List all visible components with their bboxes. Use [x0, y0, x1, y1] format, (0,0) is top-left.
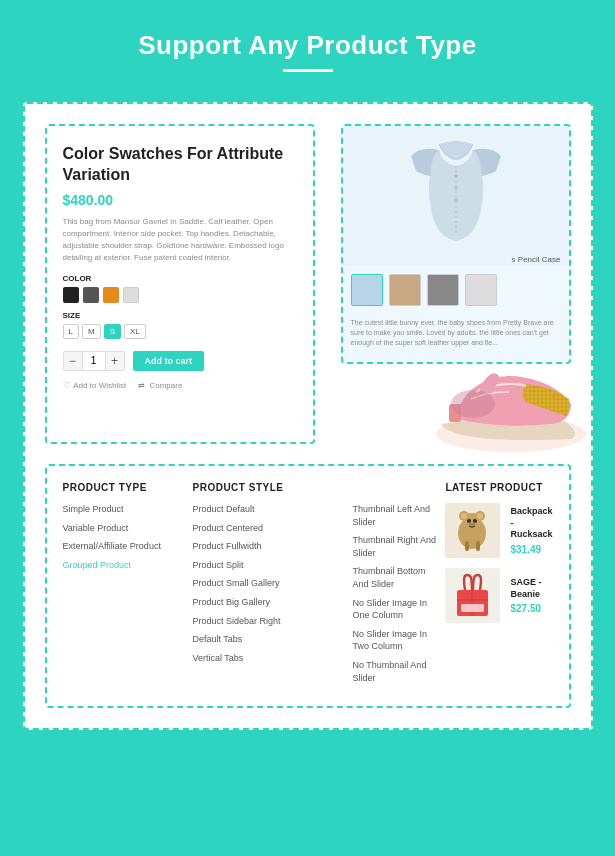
color-label: Color: [63, 274, 297, 283]
pt-external[interactable]: External/Affiliate Product: [63, 540, 183, 553]
shoe-image: [411, 304, 591, 464]
latest-item-backpack: Backpack - Rucksack $31.49: [445, 503, 552, 558]
wishlist-row: ♡ Add to Wishlist ⇄ Compare: [63, 381, 297, 390]
main-card: Color Swatches For Attribute Variation $…: [23, 102, 593, 730]
product-description: This bag from Mansur Gavriel In Saddle. …: [63, 216, 297, 264]
product-style-header: Product Style: [193, 482, 343, 493]
shirt-thumb-3[interactable]: [427, 274, 459, 306]
latest-product-header: Latest Product: [445, 482, 552, 493]
ps-vertical-tabs[interactable]: Vertical Tabs: [193, 652, 343, 665]
qty-minus[interactable]: −: [64, 352, 82, 370]
size-m[interactable]: M: [82, 324, 101, 339]
ps-split[interactable]: Product Split: [193, 559, 343, 572]
swatch-orange[interactable]: [103, 287, 119, 303]
product-type-header: Product Type: [63, 482, 183, 493]
pt-simple[interactable]: Simple Product: [63, 503, 183, 516]
latest-item-beanie: SAGE - Beanie $27.50: [445, 568, 552, 623]
product-style-column: Product Style Product Default Product Ce…: [193, 482, 343, 690]
page-wrapper: Support Any Product Type Color Swatches …: [0, 0, 615, 856]
ps-fullwidth[interactable]: Product Fullwidth: [193, 540, 343, 553]
shirt-area: s Pencil Case: [343, 126, 569, 266]
backpack-info: Backpack - Rucksack $31.49: [510, 506, 552, 555]
page-title: Support Any Product Type: [138, 30, 476, 61]
qty-plus[interactable]: +: [106, 352, 124, 370]
ps-default-tabs[interactable]: Default Tabs: [193, 633, 343, 646]
bottom-grid: Product Type Simple Product Variable Pro…: [63, 482, 553, 690]
svg-point-18: [473, 519, 477, 523]
svg-point-5: [451, 390, 495, 418]
svg-point-9: [454, 199, 457, 202]
pt-variable[interactable]: Variable Product: [63, 522, 183, 535]
product-type-column: Product Type Simple Product Variable Pro…: [63, 482, 183, 690]
size-l[interactable]: L: [63, 324, 79, 339]
svg-point-8: [454, 187, 457, 190]
ps-default[interactable]: Product Default: [193, 503, 343, 516]
swatch-darkgray[interactable]: [83, 287, 99, 303]
swatch-lightgray[interactable]: [123, 287, 139, 303]
size-xl[interactable]: XL: [124, 324, 146, 339]
qty-input[interactable]: [82, 352, 106, 370]
svg-point-16: [477, 513, 483, 519]
svg-rect-26: [461, 604, 484, 612]
size-s[interactable]: S: [104, 324, 121, 339]
thumb-bottom-slider[interactable]: Thumbnail Bottom And Slider: [353, 565, 440, 590]
svg-rect-20: [465, 541, 469, 551]
product-card-left: Color Swatches For Attribute Variation $…: [45, 124, 315, 444]
backpack-name: Backpack - Rucksack: [510, 506, 552, 541]
compare-icon: ⇄: [138, 381, 145, 390]
thumb-left-slider[interactable]: Thumbnail Left And Slider: [353, 503, 440, 528]
thumbnail-column: space Thumbnail Left And Slider Thumbnai…: [353, 482, 440, 690]
no-slider-two-col[interactable]: No Slider Image In Two Column: [353, 628, 440, 653]
qty-row: − + Add to cart: [63, 351, 297, 371]
ps-sidebar-right[interactable]: Product Sidebar Right: [193, 615, 343, 628]
right-columns: space Thumbnail Left And Slider Thumbnai…: [353, 482, 553, 690]
no-slider-one-col[interactable]: No Slider Image In One Column: [353, 597, 440, 622]
product-card-heading: Color Swatches For Attribute Variation: [63, 144, 297, 186]
svg-point-15: [461, 513, 467, 519]
title-underline: [283, 69, 333, 72]
svg-point-7: [454, 175, 457, 178]
color-swatches: [63, 287, 297, 303]
no-thumb-slider[interactable]: No Thumbnail And Slider: [353, 659, 440, 684]
svg-rect-21: [476, 541, 480, 551]
wishlist-link[interactable]: ♡ Add to Wishlist: [63, 381, 127, 390]
shirt-thumb-1[interactable]: [351, 274, 383, 306]
add-to-cart-button[interactable]: Add to cart: [133, 351, 205, 371]
size-buttons: L M S XL: [63, 324, 297, 339]
top-section: Color Swatches For Attribute Variation $…: [45, 124, 571, 444]
compare-link[interactable]: ⇄ Compare: [138, 381, 182, 390]
pt-grouped[interactable]: Grouped Product: [63, 559, 183, 572]
size-label: Size: [63, 311, 297, 320]
beanie-thumbnail: [445, 568, 500, 623]
latest-product-column: Latest Product: [445, 482, 552, 690]
beanie-price: $27.50: [510, 603, 552, 614]
shirt-thumb-4[interactable]: [465, 274, 497, 306]
product-price: $480.00: [63, 192, 297, 208]
beanie-info: SAGE - Beanie $27.50: [510, 577, 552, 614]
ps-centered[interactable]: Product Centered: [193, 522, 343, 535]
ps-big-gallery[interactable]: Product Big Gallery: [193, 596, 343, 609]
bottom-section: Product Type Simple Product Variable Pro…: [45, 464, 571, 708]
beanie-name: SAGE - Beanie: [510, 577, 552, 600]
ps-small-gallery[interactable]: Product Small Gallery: [193, 577, 343, 590]
svg-point-17: [467, 519, 471, 523]
backpack-thumbnail: [445, 503, 500, 558]
thumb-right-slider[interactable]: Thumbnail Right And Slider: [353, 534, 440, 559]
shirt-thumb-2[interactable]: [389, 274, 421, 306]
qty-control: − +: [63, 351, 125, 371]
swatch-black[interactable]: [63, 287, 79, 303]
heart-icon: ♡: [63, 381, 70, 390]
pencil-case-label: s Pencil Case: [512, 255, 561, 264]
backpack-price: $31.49: [510, 544, 552, 555]
